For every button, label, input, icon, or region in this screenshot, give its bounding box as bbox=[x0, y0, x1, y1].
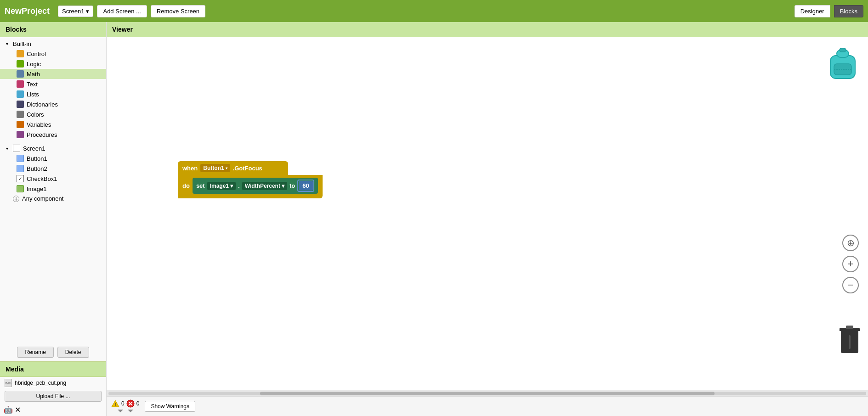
image1-dropdown-label: Image1 bbox=[210, 183, 229, 189]
sidebar-item-math[interactable]: Math bbox=[0, 69, 106, 79]
widthpercent-arrow: ▾ bbox=[282, 183, 284, 189]
screen-dropdown-label: Screen1 bbox=[62, 8, 84, 15]
math-color-box bbox=[17, 70, 24, 78]
sidebar-item-button2[interactable]: Button2 bbox=[0, 163, 106, 174]
blocks-header: Blocks bbox=[0, 22, 106, 37]
project-title: NewProject bbox=[5, 6, 50, 16]
lists-color-box bbox=[17, 90, 24, 98]
sidebar-item-lists[interactable]: Lists bbox=[0, 89, 106, 99]
delete-button[interactable]: Delete bbox=[57, 347, 89, 358]
button1-dropdown-label: Button1 bbox=[203, 165, 224, 171]
media-header: Media bbox=[0, 361, 106, 377]
builtin-collapse-icon[interactable]: ▾ bbox=[4, 41, 10, 47]
arrow-row bbox=[117, 409, 134, 413]
sidebar-item-image1[interactable]: Image1 bbox=[0, 184, 106, 194]
any-component-row[interactable]: + Any component bbox=[0, 194, 106, 203]
screen1-section: ▾ Screen1 Button1 Button2 ✓ CheckBox1 bbox=[0, 141, 106, 205]
sidebar-item-logic[interactable]: Logic bbox=[0, 59, 106, 69]
trash-lid bbox=[840, 328, 860, 331]
builtin-toggle[interactable]: ▾ Built-in bbox=[0, 39, 106, 49]
remove-screen-button[interactable]: Remove Screen bbox=[151, 5, 205, 17]
widthpercent-dropdown[interactable]: WidthPercent ▾ bbox=[242, 182, 287, 190]
dictionaries-color-box bbox=[17, 101, 24, 108]
button1-icon bbox=[17, 155, 24, 162]
viewer-right-controls: ⊕ + − bbox=[842, 235, 859, 293]
sidebar-item-control[interactable]: Control bbox=[0, 49, 106, 59]
add-screen-button[interactable]: Add Screen ... bbox=[97, 5, 147, 17]
to-label: to bbox=[289, 182, 295, 189]
checkbox1-label: CheckBox1 bbox=[27, 175, 57, 182]
do-label: do bbox=[182, 182, 190, 189]
block-group[interactable]: when Button1 ▾ .GotFocus do set Image1 bbox=[178, 161, 323, 198]
warning-row: ! 0 0 bbox=[111, 399, 139, 408]
some-icon: ✕ bbox=[15, 405, 21, 414]
svg-marker-11 bbox=[128, 410, 133, 412]
image1-dropdown[interactable]: Image1 ▾ bbox=[207, 182, 236, 190]
image1-icon bbox=[17, 185, 24, 192]
sidebar: Blocks ▾ Built-in Control Logic Math bbox=[0, 22, 107, 416]
procedures-color-box bbox=[17, 131, 24, 138]
error-count: 0 bbox=[136, 400, 140, 407]
do-block[interactable]: do set Image1 ▾ . WidthPercent ▾ t bbox=[178, 175, 323, 198]
upload-file-button[interactable]: Upload File ... bbox=[5, 391, 102, 402]
any-component-plus-icon: + bbox=[13, 196, 19, 202]
android-icon: 🤖 bbox=[4, 405, 13, 414]
warning-count: 0 bbox=[121, 400, 125, 407]
when-block[interactable]: when Button1 ▾ .GotFocus bbox=[178, 161, 288, 175]
trash-body[interactable] bbox=[841, 331, 858, 353]
backpack-icon bbox=[827, 46, 859, 83]
center-view-button[interactable]: ⊕ bbox=[842, 235, 859, 251]
sidebar-item-variables[interactable]: Variables bbox=[0, 119, 106, 129]
trash-area bbox=[840, 328, 860, 353]
sidebar-action-buttons: Rename Delete bbox=[0, 343, 106, 361]
show-warnings-button[interactable]: Show Warnings bbox=[145, 401, 195, 412]
button1-dropdown-arrow: ▾ bbox=[226, 166, 227, 170]
scrollbar-thumb[interactable] bbox=[260, 392, 715, 395]
logic-color-box bbox=[17, 60, 24, 67]
screen1-toggle[interactable]: ▾ Screen1 bbox=[0, 143, 106, 153]
screen-dropdown[interactable]: Screen1 ▾ bbox=[58, 6, 93, 17]
zoom-in-button[interactable]: + bbox=[842, 256, 859, 272]
sidebar-item-button1[interactable]: Button1 bbox=[0, 153, 106, 163]
value-outline: 60 bbox=[297, 180, 314, 192]
math-label: Math bbox=[27, 71, 40, 78]
colors-color-box bbox=[17, 111, 24, 118]
bottom-icons: 🤖 ✕ bbox=[0, 404, 106, 416]
blocks-button[interactable]: Blocks bbox=[834, 5, 863, 17]
sidebar-item-colors[interactable]: Colors bbox=[0, 109, 106, 119]
value-block[interactable]: 60 bbox=[299, 181, 312, 191]
backpack-area bbox=[827, 46, 859, 84]
viewer-canvas[interactable]: when Button1 ▾ .GotFocus do set Image1 bbox=[107, 37, 868, 390]
button1-dropdown[interactable]: Button1 ▾ bbox=[200, 164, 230, 172]
sidebar-item-procedures[interactable]: Procedures bbox=[0, 129, 106, 140]
media-item: IMG hbridge_pcb_cut.png bbox=[0, 377, 106, 389]
designer-button[interactable]: Designer bbox=[794, 5, 830, 17]
horizontal-scrollbar[interactable] bbox=[107, 390, 868, 396]
zoom-out-button[interactable]: − bbox=[842, 277, 859, 293]
button2-label: Button2 bbox=[27, 165, 47, 172]
dictionaries-label: Dictionaries bbox=[27, 101, 58, 108]
when-label: when bbox=[182, 165, 198, 172]
screen1-label: Screen1 bbox=[23, 145, 45, 152]
rename-button[interactable]: Rename bbox=[17, 347, 53, 358]
image1-label: Image1 bbox=[27, 186, 46, 192]
sidebar-item-text[interactable]: Text bbox=[0, 79, 106, 89]
trash-handle bbox=[846, 326, 853, 329]
button1-label: Button1 bbox=[27, 155, 47, 162]
error-icon bbox=[126, 399, 135, 408]
gotfocus-label: .GotFocus bbox=[233, 165, 262, 172]
text-color-box bbox=[17, 80, 24, 88]
control-color-box bbox=[17, 50, 24, 57]
sidebar-item-dictionaries[interactable]: Dictionaries bbox=[0, 99, 106, 109]
any-component-label: Any component bbox=[22, 195, 63, 202]
viewer-header: Viewer bbox=[107, 22, 868, 37]
set-block[interactable]: set Image1 ▾ . WidthPercent ▾ to 60 bbox=[193, 178, 318, 194]
media-file-icon: IMG bbox=[5, 379, 12, 387]
main-layout: Blocks ▾ Built-in Control Logic Math bbox=[0, 22, 868, 416]
warn-down-arrow bbox=[117, 409, 124, 413]
svg-rect-3 bbox=[840, 48, 846, 52]
screen1-collapse-icon[interactable]: ▾ bbox=[4, 145, 10, 152]
scrollbar-track[interactable] bbox=[108, 392, 866, 395]
err-down-arrow bbox=[127, 409, 134, 413]
sidebar-item-checkbox1[interactable]: ✓ CheckBox1 bbox=[0, 174, 106, 184]
